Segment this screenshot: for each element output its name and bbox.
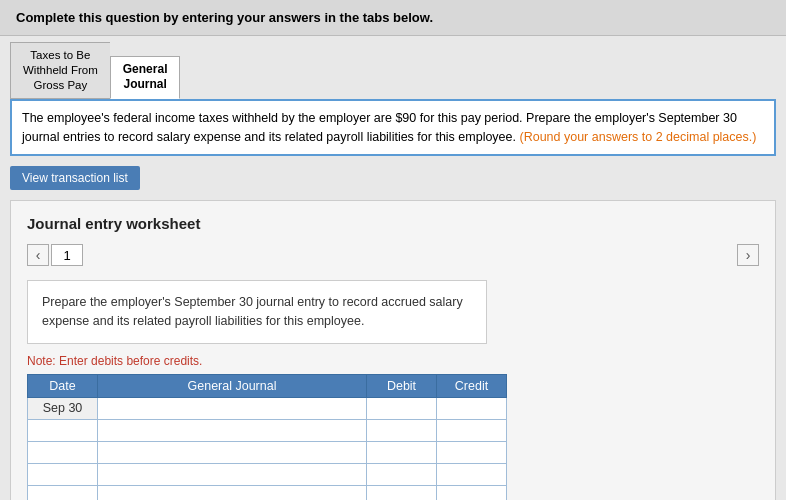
- view-transaction-btn[interactable]: View transaction list: [10, 166, 140, 190]
- table-row: [28, 463, 507, 485]
- col-date: Date: [28, 374, 98, 397]
- table-row: [28, 419, 507, 441]
- date-cell[interactable]: [28, 463, 98, 485]
- instruction-bar: Complete this question by entering your …: [0, 0, 786, 36]
- tabs-container: Taxes to Be Withheld From Gross Pay Gene…: [0, 36, 786, 99]
- credit-input[interactable]: [437, 464, 506, 485]
- journal-cell[interactable]: [98, 397, 367, 419]
- worksheet-title: Journal entry worksheet: [27, 215, 759, 232]
- debit-cell[interactable]: [367, 485, 437, 500]
- credit-cell[interactable]: [437, 463, 507, 485]
- credit-input[interactable]: [437, 420, 506, 441]
- date-cell[interactable]: [28, 441, 98, 463]
- debit-cell[interactable]: [367, 463, 437, 485]
- description-highlight: (Round your answers to 2 decimal places.…: [520, 130, 757, 144]
- debit-input[interactable]: [367, 486, 436, 500]
- description-box: The employee's federal income taxes with…: [10, 99, 776, 157]
- table-row: Sep 30: [28, 397, 507, 419]
- journal-cell[interactable]: [98, 463, 367, 485]
- next-page-btn[interactable]: ›: [737, 244, 759, 266]
- instruction-text: Complete this question by entering your …: [16, 10, 433, 25]
- journal-cell[interactable]: [98, 419, 367, 441]
- worksheet-container: Journal entry worksheet ‹ 1 › Prepare th…: [10, 200, 776, 500]
- credit-input[interactable]: [437, 398, 506, 419]
- credit-cell[interactable]: [437, 485, 507, 500]
- journal-cell[interactable]: [98, 485, 367, 500]
- page-number: 1: [51, 244, 83, 266]
- prompt-text: Prepare the employer's September 30 jour…: [42, 295, 463, 328]
- col-credit: Credit: [437, 374, 507, 397]
- prompt-box: Prepare the employer's September 30 jour…: [27, 280, 487, 344]
- date-input[interactable]: [28, 442, 97, 463]
- credit-cell[interactable]: [437, 441, 507, 463]
- date-input[interactable]: [28, 486, 97, 500]
- debit-input[interactable]: [367, 464, 436, 485]
- debit-input[interactable]: [367, 442, 436, 463]
- credit-cell[interactable]: [437, 397, 507, 419]
- journal-input[interactable]: [98, 464, 366, 485]
- journal-cell[interactable]: [98, 441, 367, 463]
- date-cell[interactable]: [28, 419, 98, 441]
- tab-taxes[interactable]: Taxes to Be Withheld From Gross Pay: [10, 42, 110, 99]
- col-debit: Debit: [367, 374, 437, 397]
- debit-input[interactable]: [367, 398, 436, 419]
- table-row: [28, 441, 507, 463]
- tab-journal[interactable]: GeneralJournal: [110, 56, 181, 99]
- col-journal: General Journal: [98, 374, 367, 397]
- debit-cell[interactable]: [367, 397, 437, 419]
- credit-cell[interactable]: [437, 419, 507, 441]
- debit-cell[interactable]: [367, 419, 437, 441]
- journal-input[interactable]: [98, 420, 366, 441]
- journal-input[interactable]: [98, 398, 366, 419]
- date-input[interactable]: [28, 464, 97, 485]
- debit-cell[interactable]: [367, 441, 437, 463]
- prev-page-btn[interactable]: ‹: [27, 244, 49, 266]
- date-cell: Sep 30: [28, 397, 98, 419]
- credit-input[interactable]: [437, 486, 506, 500]
- date-cell[interactable]: [28, 485, 98, 500]
- table-row: [28, 485, 507, 500]
- journal-input[interactable]: [98, 486, 366, 500]
- table-header-row: Date General Journal Debit Credit: [28, 374, 507, 397]
- credit-input[interactable]: [437, 442, 506, 463]
- nav-row: ‹ 1 ›: [27, 244, 759, 266]
- journal-input[interactable]: [98, 442, 366, 463]
- debit-input[interactable]: [367, 420, 436, 441]
- journal-table: Date General Journal Debit Credit Sep 30: [27, 374, 507, 500]
- note-text: Note: Enter debits before credits.: [27, 354, 759, 368]
- date-input[interactable]: [28, 420, 97, 441]
